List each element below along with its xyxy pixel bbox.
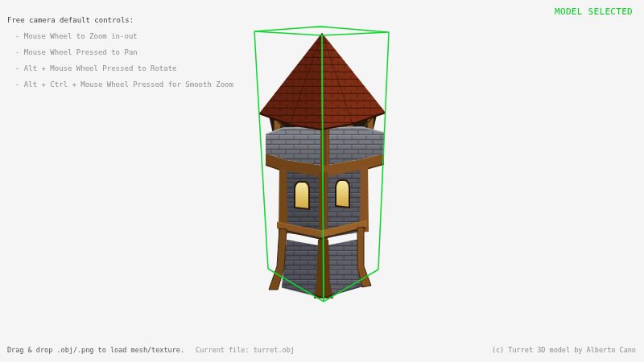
help-title: Free camera default controls: bbox=[7, 16, 134, 24]
help-item-smooth-zoom: - Alt + Ctrl + Mouse Wheel Pressed for S… bbox=[15, 80, 233, 88]
help-item-pan: - Mouse Wheel Pressed to Pan bbox=[15, 48, 138, 56]
credit-label: (c) Turret 3D model by Alberto Cano bbox=[492, 346, 636, 354]
help-item-zoom: - Mouse Wheel to Zoom in-out bbox=[15, 32, 138, 40]
turret-window-left bbox=[295, 182, 309, 209]
drop-hint-label: Drag & drop .obj/.png to load mesh/textu… bbox=[7, 346, 184, 354]
footer-hint: Drag & drop .obj/.png to load mesh/textu… bbox=[7, 346, 295, 354]
current-file-label: Current file: turret.obj bbox=[196, 346, 295, 354]
help-item-rotate: - Alt + Mouse Wheel Pressed to Rotate bbox=[15, 64, 176, 72]
viewport-3d[interactable]: Free camera default controls: - Mouse Wh… bbox=[0, 0, 644, 362]
status-badge: MODEL SELECTED bbox=[555, 6, 633, 17]
turret-window-right bbox=[336, 180, 349, 208]
